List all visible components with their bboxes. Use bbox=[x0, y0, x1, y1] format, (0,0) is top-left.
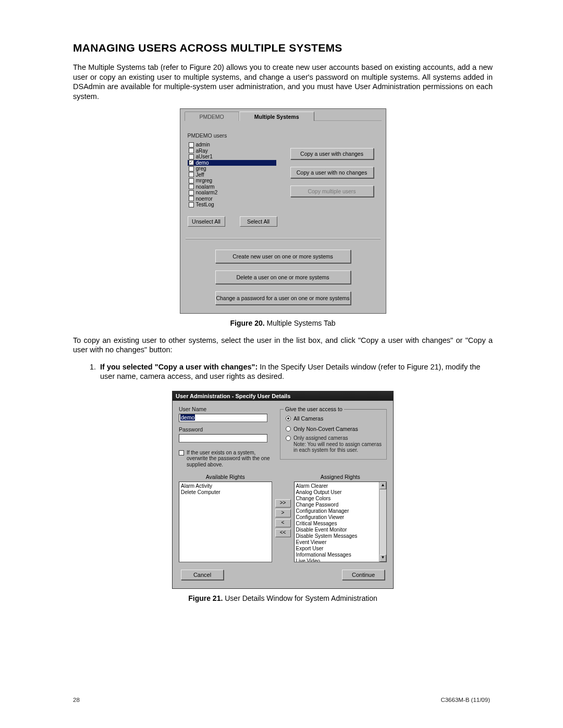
user-checkbox[interactable] bbox=[189, 184, 194, 189]
assigned-rights-header: Assigned Rights bbox=[294, 474, 387, 480]
list-item[interactable]: Disable System Messages bbox=[296, 533, 378, 539]
available-rights-header: Available Rights bbox=[179, 474, 272, 480]
user-name: TestLog bbox=[196, 202, 214, 208]
scroll-down-icon[interactable]: ▼ bbox=[380, 554, 386, 562]
figure-21-caption: Figure 21. User Details Window for Syste… bbox=[73, 594, 493, 602]
user-row[interactable]: mrgreg bbox=[188, 178, 276, 184]
user-name: greg bbox=[196, 166, 206, 172]
user-row[interactable]: greg bbox=[188, 166, 276, 172]
overwrite-password-label: If the user exists on a system, overwrit… bbox=[187, 450, 273, 468]
select-all-button[interactable]: Select All bbox=[240, 216, 277, 227]
user-row[interactable]: ✓demo bbox=[188, 160, 276, 166]
password-input[interactable] bbox=[179, 434, 267, 442]
user-checkbox[interactable] bbox=[189, 196, 194, 201]
doc-id: C3663M-B (11/09) bbox=[440, 697, 490, 703]
user-checkbox[interactable]: ✓ bbox=[189, 160, 194, 165]
user-checkbox[interactable] bbox=[189, 166, 194, 171]
tab-pmdemo[interactable]: PMDEMO bbox=[185, 112, 239, 121]
list-item[interactable]: Configuration Viewer bbox=[296, 514, 378, 521]
tab-multiple-systems[interactable]: Multiple Systems bbox=[239, 112, 314, 121]
user-checkbox[interactable] bbox=[189, 178, 194, 183]
scroll-up-icon[interactable]: ▲ bbox=[380, 482, 386, 489]
user-name: admin bbox=[196, 142, 210, 148]
list-item[interactable]: Export User bbox=[296, 546, 378, 552]
section-heading: MANAGING USERS ACROSS MULTIPLE SYSTEMS bbox=[73, 42, 493, 54]
unselect-all-button[interactable]: Unselect All bbox=[188, 216, 225, 227]
user-row[interactable]: aUser1 bbox=[188, 154, 276, 160]
user-row[interactable]: Jeff bbox=[188, 172, 276, 178]
copy-user-no-changes-button[interactable]: Copy a user with no changes bbox=[290, 167, 374, 178]
continue-button[interactable]: Continue bbox=[342, 570, 385, 580]
list-item[interactable]: Alarm Clearer bbox=[296, 483, 378, 489]
move-left-button[interactable]: < bbox=[275, 519, 291, 527]
move-all-right-button[interactable]: >> bbox=[275, 499, 291, 508]
radio-all-cameras[interactable] bbox=[286, 416, 291, 421]
list-item[interactable]: Informational Messages bbox=[296, 552, 378, 558]
list-item[interactable]: Configuration Manager bbox=[296, 508, 378, 514]
username-label: User Name bbox=[179, 406, 273, 412]
intro-paragraph: The Multiple Systems tab (refer to Figur… bbox=[73, 63, 493, 101]
list-item[interactable]: Analog Output User bbox=[296, 489, 378, 496]
user-name: noalarm bbox=[196, 184, 215, 190]
camera-access-group: Give the user access to All Cameras Only… bbox=[280, 409, 387, 460]
user-checkbox[interactable] bbox=[189, 148, 194, 153]
list-item[interactable]: Live Video bbox=[296, 558, 378, 562]
move-right-button[interactable]: > bbox=[275, 509, 291, 517]
radio-non-covert[interactable] bbox=[286, 426, 291, 431]
figure-20: PMDEMO Multiple Systems PMDEMO users adm… bbox=[180, 108, 386, 314]
cancel-button[interactable]: Cancel bbox=[181, 570, 224, 580]
user-name: mrgreg bbox=[196, 178, 213, 184]
copy-instructions-paragraph: To copy an existing user to other system… bbox=[73, 336, 493, 355]
user-checkbox[interactable] bbox=[189, 190, 194, 195]
user-checkbox[interactable] bbox=[189, 154, 194, 159]
page-number: 28 bbox=[73, 697, 80, 703]
user-checkbox[interactable] bbox=[189, 142, 194, 147]
user-row[interactable]: aRay bbox=[188, 148, 276, 154]
camera-access-legend: Give the user access to bbox=[284, 406, 344, 412]
user-row[interactable]: noerror bbox=[188, 196, 276, 202]
create-new-user-button[interactable]: Create new user on one or more systems bbox=[215, 250, 351, 263]
user-name: Jeff bbox=[196, 172, 204, 178]
user-checkbox[interactable] bbox=[189, 202, 194, 207]
dialog-title: User Administration - Specify User Detai… bbox=[173, 391, 393, 401]
available-rights-list[interactable]: Alarm ActivityDelete Computer bbox=[179, 482, 272, 562]
list-item[interactable]: Change Colors bbox=[296, 496, 378, 502]
list-item[interactable]: Alarm Activity bbox=[181, 483, 270, 489]
list-item[interactable]: Delete Computer bbox=[181, 489, 270, 496]
figure-21: User Administration - Specify User Detai… bbox=[172, 391, 394, 589]
assigned-rights-list[interactable]: Alarm ClearerAnalog Output UserChange Co… bbox=[294, 482, 387, 562]
list-item[interactable]: Change Password bbox=[296, 502, 378, 508]
radio-all-cameras-label: All Cameras bbox=[293, 415, 323, 422]
user-checkbox[interactable] bbox=[189, 172, 194, 177]
step-1: If you selected "Copy a user with change… bbox=[98, 362, 493, 381]
delete-user-button[interactable]: Delete a user on one or more systems bbox=[215, 270, 351, 284]
user-name: demo bbox=[196, 160, 209, 166]
list-item[interactable]: Disable Event Monitor bbox=[296, 527, 378, 533]
user-name: aUser1 bbox=[196, 154, 213, 160]
list-item[interactable]: Event Viewer bbox=[296, 539, 378, 546]
password-label: Password bbox=[179, 426, 273, 433]
user-row[interactable]: admin bbox=[188, 142, 276, 148]
user-name: noerror bbox=[196, 196, 213, 202]
list-item[interactable]: Critical Messages bbox=[296, 521, 378, 527]
radio-assigned[interactable] bbox=[286, 436, 291, 441]
users-list-label: PMDEMO users bbox=[188, 132, 276, 139]
users-list[interactable]: adminaRayaUser1✓demogregJeffmrgregnoalar… bbox=[188, 141, 276, 209]
user-name: aRay bbox=[196, 148, 208, 154]
user-name: noalarm2 bbox=[196, 190, 218, 196]
radio-assigned-label: Only assigned cameras Note: You will nee… bbox=[293, 435, 382, 453]
user-row[interactable]: noalarm2 bbox=[188, 190, 276, 196]
move-all-left-button[interactable]: << bbox=[275, 529, 291, 537]
figure-20-caption: Figure 20. Multiple Systems Tab bbox=[73, 319, 493, 327]
assigned-scrollbar[interactable]: ▲ ▼ bbox=[379, 482, 386, 562]
copy-multiple-users-button[interactable]: Copy multiple users bbox=[290, 186, 374, 197]
user-row[interactable]: TestLog bbox=[188, 202, 276, 208]
copy-user-changes-button[interactable]: Copy a user with changes bbox=[290, 148, 374, 159]
user-row[interactable]: noalarm bbox=[188, 184, 276, 190]
overwrite-password-checkbox[interactable] bbox=[179, 450, 184, 455]
radio-non-covert-label: Only Non-Covert Cameras bbox=[293, 426, 358, 432]
username-input[interactable]: demo bbox=[179, 414, 267, 422]
change-password-button[interactable]: Change a password for a user on one or m… bbox=[215, 291, 351, 305]
